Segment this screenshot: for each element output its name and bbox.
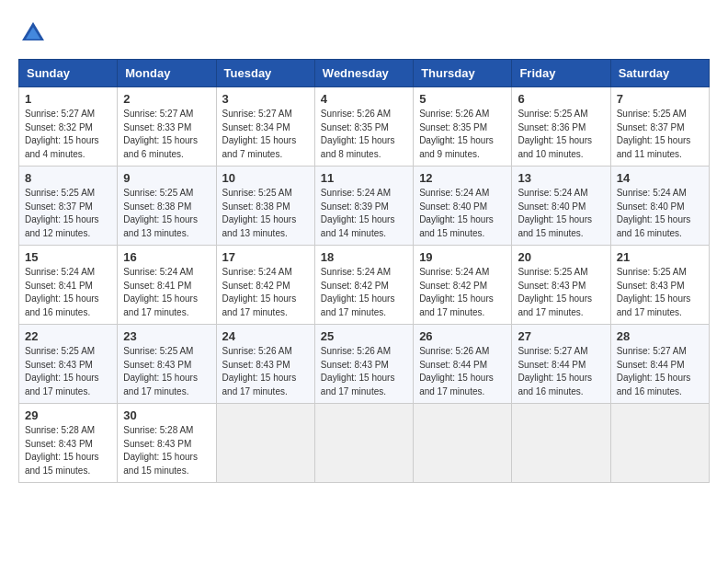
day-number: 4 [321, 92, 407, 106]
day-info: Sunrise: 5:27 AMSunset: 8:33 PMDaylight:… [123, 108, 210, 161]
calendar-day-21: 21Sunrise: 5:25 AMSunset: 8:43 PMDayligh… [610, 246, 709, 325]
logo [18, 18, 51, 48]
day-info: Sunrise: 5:24 AMSunset: 8:42 PMDaylight:… [222, 266, 309, 319]
calendar-day-13: 13Sunrise: 5:24 AMSunset: 8:40 PMDayligh… [512, 167, 610, 246]
day-number: 17 [222, 250, 309, 264]
day-info: Sunrise: 5:25 AMSunset: 8:43 PMDaylight:… [123, 345, 210, 398]
calendar-day-11: 11Sunrise: 5:24 AMSunset: 8:39 PMDayligh… [314, 167, 413, 246]
day-info: Sunrise: 5:26 AMSunset: 8:43 PMDaylight:… [222, 345, 309, 398]
calendar-day-25: 25Sunrise: 5:26 AMSunset: 8:43 PMDayligh… [314, 325, 413, 404]
calendar-table: SundayMondayTuesdayWednesdayThursdayFrid… [18, 59, 710, 483]
calendar-week-4: 22Sunrise: 5:25 AMSunset: 8:43 PMDayligh… [19, 325, 710, 404]
calendar-day-29: 29Sunrise: 5:28 AMSunset: 8:43 PMDayligh… [19, 404, 118, 483]
calendar-day-28: 28Sunrise: 5:27 AMSunset: 8:44 PMDayligh… [610, 325, 709, 404]
calendar-day-9: 9Sunrise: 5:25 AMSunset: 8:38 PMDaylight… [118, 167, 216, 246]
day-info: Sunrise: 5:24 AMSunset: 8:41 PMDaylight:… [123, 266, 210, 319]
day-number: 11 [321, 171, 407, 185]
day-number: 1 [25, 92, 111, 106]
day-number: 14 [617, 171, 703, 185]
day-info: Sunrise: 5:28 AMSunset: 8:43 PMDaylight:… [123, 424, 210, 477]
empty-cell [216, 404, 314, 483]
day-number: 24 [222, 329, 309, 343]
day-info: Sunrise: 5:26 AMSunset: 8:43 PMDaylight:… [321, 345, 407, 398]
calendar-day-3: 3Sunrise: 5:27 AMSunset: 8:34 PMDaylight… [216, 87, 314, 167]
calendar-day-10: 10Sunrise: 5:25 AMSunset: 8:38 PMDayligh… [216, 167, 314, 246]
day-info: Sunrise: 5:25 AMSunset: 8:43 PMDaylight:… [25, 345, 111, 398]
empty-cell [314, 404, 413, 483]
day-info: Sunrise: 5:24 AMSunset: 8:41 PMDaylight:… [25, 266, 111, 319]
empty-cell [414, 404, 512, 483]
calendar-day-16: 16Sunrise: 5:24 AMSunset: 8:41 PMDayligh… [118, 246, 216, 325]
logo-icon [18, 18, 48, 48]
day-info: Sunrise: 5:25 AMSunset: 8:43 PMDaylight:… [518, 266, 604, 319]
day-number: 2 [123, 92, 210, 106]
day-number: 23 [123, 329, 210, 343]
day-number: 21 [617, 250, 703, 264]
calendar-day-27: 27Sunrise: 5:27 AMSunset: 8:44 PMDayligh… [512, 325, 610, 404]
day-info: Sunrise: 5:24 AMSunset: 8:42 PMDaylight:… [419, 266, 506, 319]
calendar-day-23: 23Sunrise: 5:25 AMSunset: 8:43 PMDayligh… [118, 325, 216, 404]
day-info: Sunrise: 5:26 AMSunset: 8:35 PMDaylight:… [321, 108, 407, 161]
day-number: 28 [617, 329, 703, 343]
weekday-header-wednesday: Wednesday [314, 60, 413, 87]
calendar-day-22: 22Sunrise: 5:25 AMSunset: 8:43 PMDayligh… [19, 325, 118, 404]
calendar-day-24: 24Sunrise: 5:26 AMSunset: 8:43 PMDayligh… [216, 325, 314, 404]
calendar-day-8: 8Sunrise: 5:25 AMSunset: 8:37 PMDaylight… [19, 167, 118, 246]
calendar-week-1: 1Sunrise: 5:27 AMSunset: 8:32 PMDaylight… [19, 87, 710, 167]
calendar-day-18: 18Sunrise: 5:24 AMSunset: 8:42 PMDayligh… [314, 246, 413, 325]
day-info: Sunrise: 5:27 AMSunset: 8:34 PMDaylight:… [222, 108, 309, 161]
weekday-header-thursday: Thursday [414, 60, 512, 87]
day-number: 26 [419, 329, 506, 343]
day-info: Sunrise: 5:27 AMSunset: 8:32 PMDaylight:… [25, 108, 111, 161]
calendar-day-20: 20Sunrise: 5:25 AMSunset: 8:43 PMDayligh… [512, 246, 610, 325]
day-number: 20 [518, 250, 604, 264]
day-number: 18 [321, 250, 407, 264]
calendar-day-15: 15Sunrise: 5:24 AMSunset: 8:41 PMDayligh… [19, 246, 118, 325]
day-number: 30 [123, 408, 210, 422]
weekday-header-sunday: Sunday [19, 60, 118, 87]
empty-cell [610, 404, 709, 483]
weekday-header-monday: Monday [118, 60, 216, 87]
day-number: 6 [518, 92, 604, 106]
calendar-week-2: 8Sunrise: 5:25 AMSunset: 8:37 PMDaylight… [19, 167, 710, 246]
day-info: Sunrise: 5:28 AMSunset: 8:43 PMDaylight:… [25, 424, 111, 477]
day-number: 12 [419, 171, 506, 185]
day-info: Sunrise: 5:25 AMSunset: 8:37 PMDaylight:… [617, 108, 703, 161]
day-info: Sunrise: 5:24 AMSunset: 8:40 PMDaylight:… [419, 187, 506, 240]
calendar-day-30: 30Sunrise: 5:28 AMSunset: 8:43 PMDayligh… [118, 404, 216, 483]
day-number: 13 [518, 171, 604, 185]
day-info: Sunrise: 5:25 AMSunset: 8:37 PMDaylight:… [25, 187, 111, 240]
calendar-day-2: 2Sunrise: 5:27 AMSunset: 8:33 PMDaylight… [118, 87, 216, 167]
calendar-day-1: 1Sunrise: 5:27 AMSunset: 8:32 PMDaylight… [19, 87, 118, 167]
day-number: 22 [25, 329, 111, 343]
calendar-header-row: SundayMondayTuesdayWednesdayThursdayFrid… [19, 60, 710, 87]
calendar-week-3: 15Sunrise: 5:24 AMSunset: 8:41 PMDayligh… [19, 246, 710, 325]
day-number: 19 [419, 250, 506, 264]
empty-cell [512, 404, 610, 483]
header [18, 18, 710, 48]
day-info: Sunrise: 5:26 AMSunset: 8:35 PMDaylight:… [419, 108, 506, 161]
calendar-day-5: 5Sunrise: 5:26 AMSunset: 8:35 PMDaylight… [414, 87, 512, 167]
day-number: 27 [518, 329, 604, 343]
day-info: Sunrise: 5:25 AMSunset: 8:43 PMDaylight:… [617, 266, 703, 319]
day-info: Sunrise: 5:27 AMSunset: 8:44 PMDaylight:… [617, 345, 703, 398]
day-number: 8 [25, 171, 111, 185]
day-number: 10 [222, 171, 309, 185]
calendar-day-12: 12Sunrise: 5:24 AMSunset: 8:40 PMDayligh… [414, 167, 512, 246]
calendar-day-26: 26Sunrise: 5:26 AMSunset: 8:44 PMDayligh… [414, 325, 512, 404]
day-number: 7 [617, 92, 703, 106]
day-info: Sunrise: 5:25 AMSunset: 8:36 PMDaylight:… [518, 108, 604, 161]
calendar-day-7: 7Sunrise: 5:25 AMSunset: 8:37 PMDaylight… [610, 87, 709, 167]
day-number: 16 [123, 250, 210, 264]
calendar-day-4: 4Sunrise: 5:26 AMSunset: 8:35 PMDaylight… [314, 87, 413, 167]
weekday-header-friday: Friday [512, 60, 610, 87]
day-number: 15 [25, 250, 111, 264]
day-number: 29 [25, 408, 111, 422]
calendar-week-5: 29Sunrise: 5:28 AMSunset: 8:43 PMDayligh… [19, 404, 710, 483]
day-info: Sunrise: 5:25 AMSunset: 8:38 PMDaylight:… [123, 187, 210, 240]
calendar-day-14: 14Sunrise: 5:24 AMSunset: 8:40 PMDayligh… [610, 167, 709, 246]
day-info: Sunrise: 5:26 AMSunset: 8:44 PMDaylight:… [419, 345, 506, 398]
day-info: Sunrise: 5:27 AMSunset: 8:44 PMDaylight:… [518, 345, 604, 398]
calendar-day-17: 17Sunrise: 5:24 AMSunset: 8:42 PMDayligh… [216, 246, 314, 325]
weekday-header-saturday: Saturday [610, 60, 709, 87]
